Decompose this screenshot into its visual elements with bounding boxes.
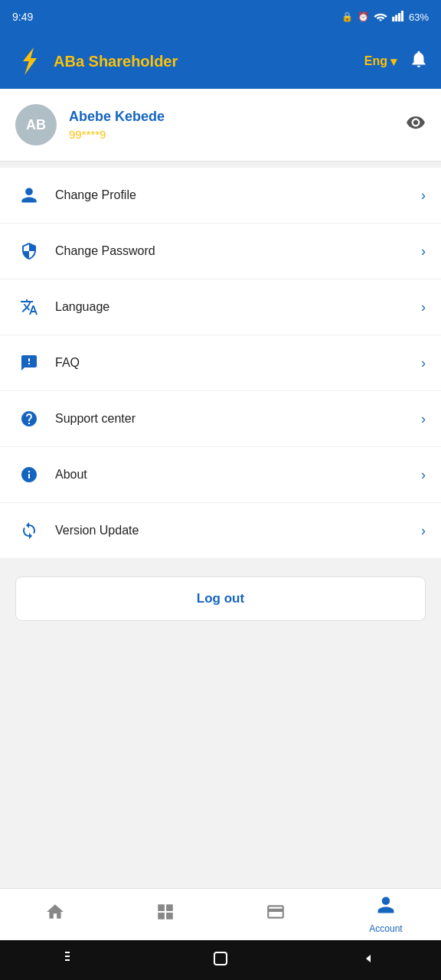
menu-label-support-center: Support center xyxy=(55,412,421,426)
svg-rect-0 xyxy=(392,16,394,21)
logout-button[interactable]: Log out xyxy=(15,577,426,621)
profile-section: AB Abebe Kebede 99****9 xyxy=(0,89,441,162)
language-selector[interactable]: Eng ▾ xyxy=(364,54,397,69)
menu-item-support-center[interactable]: Support center › xyxy=(0,391,441,447)
svg-rect-8 xyxy=(65,959,70,961)
help-icon xyxy=(15,405,43,433)
menu-label-change-profile: Change Profile xyxy=(55,188,421,202)
dashboard-icon xyxy=(155,902,175,927)
toggle-visibility-button[interactable] xyxy=(406,113,426,137)
bottom-nav: Account xyxy=(0,888,441,940)
logout-section: Log out xyxy=(15,577,426,621)
lock-icon: 🔒 xyxy=(341,11,353,22)
svg-rect-1 xyxy=(395,15,397,21)
alarm-icon: ⏰ xyxy=(358,11,369,22)
chevron-right-icon: › xyxy=(421,299,426,315)
chevron-right-icon: › xyxy=(421,411,426,427)
status-bar: 9:49 🔒 ⏰ 63% xyxy=(0,0,441,34)
update-icon xyxy=(15,517,43,544)
info-icon xyxy=(15,461,43,488)
chevron-down-icon: ▾ xyxy=(390,54,397,69)
header-brand: ABa Shareholder xyxy=(12,44,178,78)
sys-nav-home[interactable] xyxy=(197,944,244,977)
app-title: ABa Shareholder xyxy=(54,53,178,70)
sys-nav-back[interactable] xyxy=(344,944,391,977)
menu-item-about[interactable]: About › xyxy=(0,447,441,503)
menu-label-faq: FAQ xyxy=(55,356,421,370)
chevron-right-icon: › xyxy=(421,188,426,204)
nav-item-card[interactable] xyxy=(220,902,331,927)
wifi-icon xyxy=(374,11,387,24)
nav-item-account[interactable]: Account xyxy=(331,895,441,934)
profile-id: 99****9 xyxy=(69,128,165,141)
menu-label-change-password: Change Password xyxy=(55,244,421,258)
status-time: 9:49 xyxy=(12,11,33,23)
nav-item-dashboard[interactable] xyxy=(110,902,220,927)
signal-icon xyxy=(392,11,404,24)
svg-rect-9 xyxy=(214,952,227,965)
account-icon xyxy=(376,895,396,920)
menu-list: Change Profile › Change Password › Langu… xyxy=(0,168,441,558)
chevron-right-icon: › xyxy=(421,523,426,539)
menu-item-faq[interactable]: FAQ › xyxy=(0,335,441,391)
menu-item-version-update[interactable]: Version Update › xyxy=(0,503,441,558)
battery-text: 63% xyxy=(409,11,429,23)
profile-details: Abebe Kebede 99****9 xyxy=(69,109,165,141)
menu-label-language: Language xyxy=(55,300,421,314)
chat-icon xyxy=(15,349,43,377)
svg-rect-7 xyxy=(65,956,70,957)
notification-button[interactable] xyxy=(409,49,429,74)
app-header: ABa Shareholder Eng ▾ xyxy=(0,34,441,89)
chevron-right-icon: › xyxy=(421,467,426,483)
chevron-right-icon: › xyxy=(421,355,426,371)
card-icon xyxy=(266,902,286,927)
header-actions: Eng ▾ xyxy=(364,49,429,74)
svg-rect-6 xyxy=(65,952,70,953)
system-nav-bar xyxy=(0,940,441,980)
app-logo xyxy=(12,44,46,78)
home-icon xyxy=(45,902,65,927)
status-icons: 🔒 ⏰ 63% xyxy=(341,11,429,24)
sys-nav-menu[interactable] xyxy=(50,946,97,975)
translate-icon xyxy=(15,293,43,321)
chevron-right-icon: › xyxy=(421,243,426,260)
profile-info-left: AB Abebe Kebede 99****9 xyxy=(15,104,165,145)
shield-icon xyxy=(15,237,43,265)
nav-label-account: Account xyxy=(369,923,402,934)
menu-label-version-update: Version Update xyxy=(55,524,421,537)
person-icon xyxy=(15,181,43,209)
language-label: Eng xyxy=(364,54,387,68)
svg-rect-3 xyxy=(401,11,403,21)
avatar: AB xyxy=(15,104,57,145)
profile-name: Abebe Kebede xyxy=(69,109,165,125)
menu-item-language[interactable]: Language › xyxy=(0,279,441,335)
menu-item-change-profile[interactable]: Change Profile › xyxy=(0,168,441,224)
nav-item-home[interactable] xyxy=(0,902,110,927)
menu-item-change-password[interactable]: Change Password › xyxy=(0,224,441,279)
menu-label-about: About xyxy=(55,468,421,482)
svg-rect-2 xyxy=(398,13,400,21)
